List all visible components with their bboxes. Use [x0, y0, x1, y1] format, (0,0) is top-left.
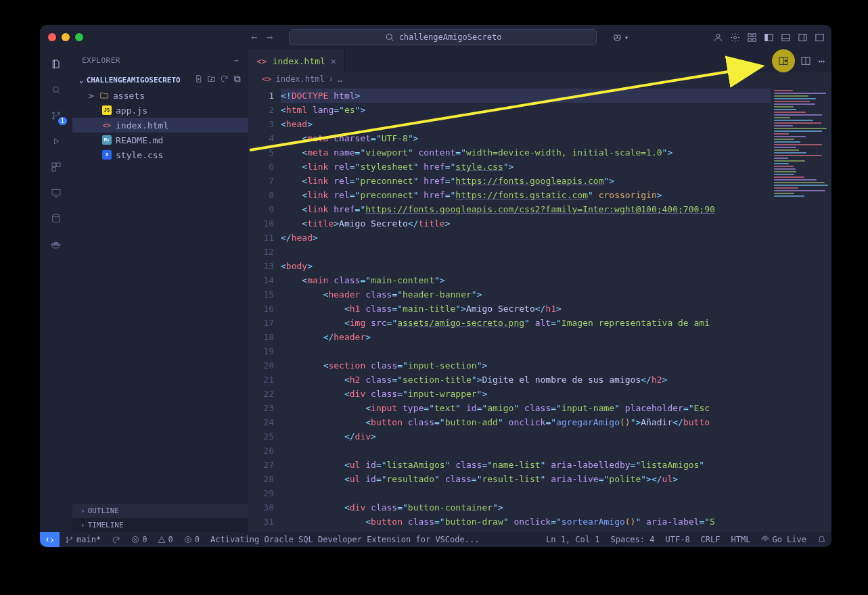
gear-icon[interactable] [730, 32, 740, 43]
minimap[interactable] [771, 86, 831, 532]
indentation-button[interactable]: Spaces: 4 [605, 535, 660, 544]
layout-grid-icon[interactable] [747, 32, 757, 43]
folder-item[interactable]: >assets [72, 88, 248, 103]
file-item[interactable]: #style.css [72, 147, 248, 162]
search-icon [51, 85, 62, 95]
svg-point-41 [66, 541, 68, 542]
ports-count: 0 [195, 535, 200, 544]
database-button[interactable] [48, 210, 64, 227]
status-message: Activating Oracle SQL Developer Extensio… [205, 535, 484, 544]
open-preview-button[interactable] [778, 55, 789, 66]
extensions-button[interactable] [48, 159, 64, 175]
close-window-button[interactable] [48, 33, 56, 41]
source-control-button[interactable]: 1 [48, 108, 64, 124]
notifications-button[interactable] [812, 536, 831, 544]
language-mode-button[interactable]: HTML [726, 535, 756, 544]
file-label: assets [113, 91, 145, 101]
svg-rect-25 [52, 168, 55, 171]
error-count: 0 [142, 535, 147, 544]
project-header[interactable]: ⌄ CHALLENGEAMIGOSECRETO [72, 72, 248, 88]
js-file-icon: JS [102, 105, 112, 115]
svg-rect-8 [748, 38, 751, 41]
account-icon[interactable] [713, 32, 723, 43]
breadcrumb-item: … [338, 74, 342, 84]
file-tree: >assetsJSapp.js<>index.htmlM↓README.md#s… [72, 88, 248, 162]
ports-button[interactable]: 0 [179, 535, 205, 544]
nav-back-button[interactable]: ← [251, 31, 257, 43]
chevron-right-icon: › [81, 521, 85, 529]
remote-button[interactable] [40, 532, 60, 547]
copilot-button[interactable]: ▾ [608, 31, 633, 44]
svg-line-18 [58, 91, 60, 93]
outline-panel-header[interactable]: ›OUTLINE [72, 504, 248, 518]
code-editor[interactable]: 1234567891011121314151617181920212223242… [248, 86, 831, 532]
outline-label: OUTLINE [88, 506, 119, 515]
problems-button[interactable]: 0 0 [126, 535, 179, 544]
branch-name: main* [76, 535, 101, 544]
explorer-more-button[interactable]: ⋯ [234, 56, 239, 65]
close-tab-button[interactable]: ✕ [331, 56, 336, 66]
svg-rect-26 [52, 189, 60, 195]
line-gutter: 1234567891011121314151617181920212223242… [248, 86, 281, 532]
explorer-sidebar: EXPLORER ⋯ ⌄ CHALLENGEAMIGOSECRETO >asse… [72, 49, 248, 532]
svg-point-2 [614, 34, 618, 38]
refresh-button[interactable] [220, 74, 229, 85]
md-file-icon: M↓ [102, 135, 112, 145]
svg-point-49 [764, 539, 767, 541]
command-center[interactable]: challengeAmigoSecreto [289, 29, 597, 45]
file-item[interactable]: JSapp.js [72, 103, 248, 118]
minimize-window-button[interactable] [62, 33, 70, 41]
layout-sidebar-left-icon[interactable] [764, 32, 774, 43]
breadcrumb[interactable]: <> index.html › … [248, 72, 831, 86]
run-debug-button[interactable] [48, 133, 64, 149]
split-editor-button[interactable] [800, 55, 811, 66]
copilot-icon [612, 32, 622, 43]
sync-button[interactable] [106, 536, 126, 544]
new-folder-button[interactable] [207, 74, 216, 85]
tab-label: index.html [273, 56, 325, 66]
project-name: CHALLENGEAMIGOSECRETO [87, 76, 181, 85]
go-live-button[interactable]: Go Live [756, 535, 812, 544]
preview-highlight [772, 49, 795, 72]
git-branch-button[interactable]: main* [60, 535, 106, 544]
warning-count: 0 [168, 535, 173, 544]
svg-rect-14 [799, 34, 806, 41]
vscode-window: ← → challengeAmigoSecreto ▾ 1 [40, 25, 831, 547]
layout-sidebar-right-icon[interactable] [798, 32, 808, 43]
explorer-view-button[interactable] [48, 56, 64, 72]
html-file-icon: <> [102, 120, 112, 130]
search-view-button[interactable] [48, 82, 64, 98]
collapse-all-button[interactable] [233, 74, 242, 85]
timeline-label: TIMELINE [88, 521, 124, 529]
eol-button[interactable]: CRLF [695, 535, 726, 544]
tab-index-html[interactable]: <> index.html ✕ [248, 49, 345, 72]
new-file-button[interactable] [194, 74, 203, 85]
html-file-icon: <> [256, 56, 267, 66]
zoom-window-button[interactable] [75, 33, 83, 41]
svg-point-0 [386, 34, 392, 39]
nav-forward-button[interactable]: → [267, 31, 273, 43]
titlebar: ← → challengeAmigoSecreto ▾ [40, 25, 831, 49]
svg-rect-11 [765, 34, 768, 41]
layout-panel-icon[interactable] [781, 32, 791, 43]
svg-point-40 [66, 537, 68, 538]
timeline-panel-header[interactable]: ›TIMELINE [72, 518, 248, 532]
encoding-button[interactable]: UTF-8 [660, 535, 695, 544]
docker-button[interactable] [48, 236, 64, 252]
remote-explorer-button[interactable] [48, 185, 64, 201]
editor-more-button[interactable]: ⋯ [818, 55, 825, 68]
play-bug-icon [51, 136, 62, 147]
file-label: style.css [116, 150, 163, 160]
file-item[interactable]: <>index.html [72, 118, 248, 133]
file-item[interactable]: M↓README.md [72, 133, 248, 147]
svg-point-5 [734, 36, 737, 39]
css-file-icon: # [102, 150, 112, 160]
file-label: index.html [116, 120, 168, 130]
editor-tabs: <> index.html ✕ ⋯ [248, 49, 831, 72]
command-center-title: challengeAmigoSecreto [399, 32, 502, 42]
database-icon [51, 213, 62, 224]
chevron-right-icon: › [81, 506, 85, 515]
layout-full-icon[interactable] [815, 32, 825, 43]
cursor-position[interactable]: Ln 1, Col 1 [541, 535, 605, 544]
code-content: <!DOCTYPE html><html lang="es"><head> <m… [281, 86, 771, 532]
